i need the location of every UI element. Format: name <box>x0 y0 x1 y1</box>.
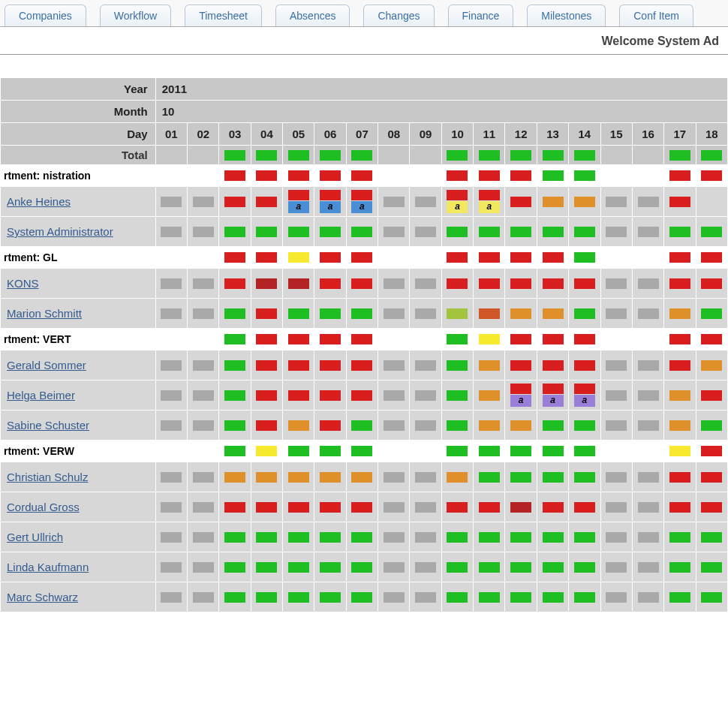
day-cell[interactable] <box>569 299 600 329</box>
day-cell[interactable] <box>696 522 727 552</box>
day-cell[interactable] <box>632 269 663 299</box>
day-cell[interactable] <box>569 462 600 492</box>
day-cell[interactable] <box>664 492 696 522</box>
day-cell[interactable] <box>600 411 632 441</box>
day-cell[interactable]: a <box>346 187 378 217</box>
day-cell[interactable] <box>155 269 187 299</box>
day-cell[interactable] <box>219 381 251 411</box>
person-link[interactable]: Marc Schwarz <box>7 591 78 603</box>
day-cell[interactable] <box>505 462 537 492</box>
day-cell[interactable] <box>569 492 600 522</box>
day-cell[interactable] <box>410 381 441 411</box>
day-cell[interactable] <box>441 269 473 299</box>
day-cell[interactable] <box>410 411 441 441</box>
day-cell[interactable] <box>505 582 537 612</box>
tab-workflow[interactable]: Workflow <box>100 5 171 26</box>
day-cell[interactable] <box>696 582 727 612</box>
day-cell[interactable] <box>664 522 696 552</box>
day-cell[interactable] <box>346 381 378 411</box>
day-cell[interactable] <box>664 269 696 299</box>
day-cell[interactable] <box>537 492 568 522</box>
day-cell[interactable] <box>632 299 663 329</box>
day-cell[interactable] <box>632 187 663 217</box>
day-cell[interactable] <box>188 552 219 582</box>
day-cell[interactable] <box>474 582 505 612</box>
day-cell[interactable] <box>251 411 282 441</box>
day-cell[interactable] <box>569 217 600 247</box>
day-cell[interactable] <box>569 350 600 381</box>
day-cell[interactable] <box>283 269 314 299</box>
day-cell[interactable] <box>219 217 251 247</box>
day-cell[interactable] <box>537 187 568 217</box>
day-cell[interactable] <box>410 269 441 299</box>
person-link[interactable]: Sabine Schuster <box>7 419 89 432</box>
day-cell[interactable] <box>283 492 314 522</box>
day-cell[interactable] <box>696 492 727 522</box>
day-cell[interactable] <box>188 187 219 217</box>
day-cell[interactable] <box>696 381 727 411</box>
day-cell[interactable] <box>664 552 696 582</box>
day-cell[interactable] <box>537 217 568 247</box>
person-link[interactable]: KONS <box>7 277 39 290</box>
day-cell[interactable] <box>155 522 187 552</box>
day-cell[interactable] <box>600 269 632 299</box>
day-cell[interactable] <box>188 269 219 299</box>
day-cell[interactable] <box>505 269 537 299</box>
day-cell[interactable] <box>410 462 441 492</box>
day-cell[interactable] <box>283 350 314 381</box>
day-cell[interactable] <box>696 299 727 329</box>
day-cell[interactable] <box>378 492 410 522</box>
day-cell[interactable] <box>537 552 568 582</box>
day-cell[interactable] <box>664 462 696 492</box>
day-cell[interactable] <box>378 552 410 582</box>
day-cell[interactable] <box>505 492 537 522</box>
day-cell[interactable] <box>664 299 696 329</box>
day-cell[interactable] <box>219 350 251 381</box>
tab-companies[interactable]: Companies <box>5 5 86 26</box>
day-cell[interactable] <box>188 462 219 492</box>
day-cell[interactable] <box>188 582 219 612</box>
day-cell[interactable] <box>696 462 727 492</box>
day-cell[interactable] <box>219 269 251 299</box>
day-cell[interactable]: a <box>314 187 346 217</box>
day-cell[interactable] <box>155 350 187 381</box>
day-cell[interactable] <box>378 411 410 441</box>
day-cell[interactable] <box>474 552 505 582</box>
day-cell[interactable] <box>600 350 632 381</box>
day-cell[interactable] <box>696 187 727 217</box>
day-cell[interactable] <box>664 582 696 612</box>
day-cell[interactable] <box>219 492 251 522</box>
day-cell[interactable] <box>346 269 378 299</box>
day-cell[interactable] <box>696 269 727 299</box>
day-cell[interactable] <box>378 269 410 299</box>
day-cell[interactable] <box>314 492 346 522</box>
day-cell[interactable] <box>251 299 282 329</box>
day-cell[interactable] <box>664 217 696 247</box>
day-cell[interactable] <box>283 462 314 492</box>
day-cell[interactable] <box>251 269 282 299</box>
day-cell[interactable] <box>283 299 314 329</box>
day-cell[interactable] <box>441 350 473 381</box>
day-cell[interactable] <box>410 299 441 329</box>
day-cell[interactable] <box>314 217 346 247</box>
day-cell[interactable] <box>600 492 632 522</box>
day-cell[interactable] <box>283 381 314 411</box>
day-cell[interactable] <box>474 381 505 411</box>
day-cell[interactable] <box>346 217 378 247</box>
day-cell[interactable] <box>474 350 505 381</box>
tab-milestones[interactable]: Milestones <box>527 5 606 26</box>
day-cell[interactable] <box>410 552 441 582</box>
day-cell[interactable]: a <box>474 187 505 217</box>
person-link[interactable]: Marion Schmitt <box>7 307 82 320</box>
day-cell[interactable] <box>251 492 282 522</box>
day-cell[interactable]: a <box>537 381 568 411</box>
day-cell[interactable] <box>219 187 251 217</box>
day-cell[interactable] <box>537 350 568 381</box>
day-cell[interactable] <box>410 522 441 552</box>
day-cell[interactable] <box>537 522 568 552</box>
day-cell[interactable] <box>505 350 537 381</box>
day-cell[interactable] <box>219 582 251 612</box>
day-cell[interactable] <box>696 350 727 381</box>
day-cell[interactable] <box>632 217 663 247</box>
day-cell[interactable] <box>155 381 187 411</box>
